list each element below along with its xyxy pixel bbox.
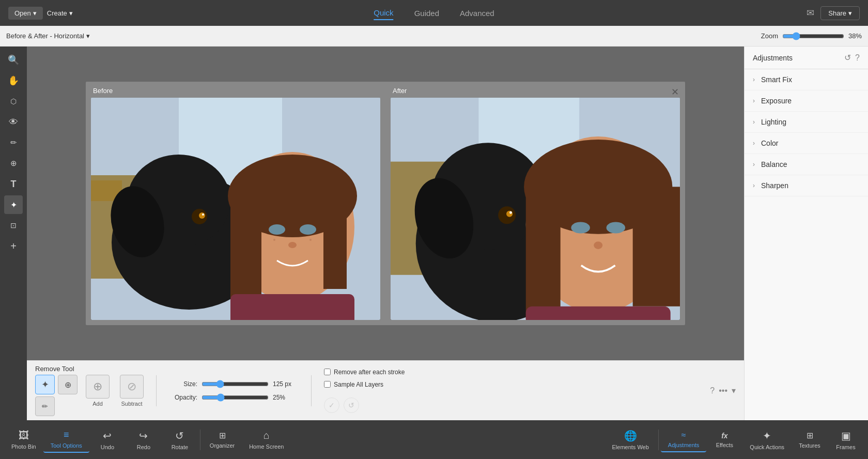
svg-point-27 (506, 211, 513, 217)
brush-alternate-btn[interactable]: ⊕ (58, 375, 78, 394)
share-chevron-icon: ▾ (848, 9, 852, 17)
svg-point-16 (288, 242, 297, 248)
brush-group: ✦ ⊕ ✏ ⊕ (35, 375, 144, 416)
adj-sharpen[interactable]: › Sharpen (745, 175, 868, 196)
remove-after-stroke-label: Remove after each stroke (334, 369, 405, 376)
main-layout: 🔍 ✋ ⬡ 👁 ✏ ⊕ T ✦ ⊡ + ✕ Before (0, 47, 868, 420)
transform-tool[interactable]: ⊡ (4, 216, 23, 235)
photo-bin-label: Photo Bin (11, 443, 36, 450)
home-screen-button[interactable]: ⌂ Home Screen (242, 426, 291, 453)
frames-button[interactable]: ▣ Frames (828, 426, 864, 453)
eraser-btn[interactable]: ✏ (35, 396, 55, 416)
zoom-slider[interactable] (782, 32, 844, 40)
smart-fix-label: Smart Fix (761, 75, 792, 84)
before-image (91, 98, 380, 320)
selection-tool[interactable]: ⬡ (4, 92, 23, 111)
tool-options-bar: Remove Tool ✦ ⊕ ✏ (27, 360, 744, 420)
rotate-icon: ↺ (175, 430, 184, 442)
open-chevron-icon: ▾ (33, 9, 37, 17)
exposure-chevron-icon: › (753, 97, 755, 104)
help-button[interactable]: ? (710, 386, 715, 395)
size-value: 125 px (273, 380, 299, 388)
tool-name: Remove Tool (35, 365, 140, 373)
effects-button[interactable]: fx Effects (706, 429, 742, 451)
visibility-tool[interactable]: 👁 (4, 113, 23, 131)
zoom-tool[interactable]: 🔍 (4, 51, 23, 69)
spot-healing-tool[interactable]: ✦ (4, 195, 23, 214)
subtract-group: ⊘ Subtract (120, 375, 144, 407)
svg-rect-12 (230, 196, 261, 299)
view-mode-label: Before & After - Horizontal (6, 32, 84, 40)
subtract-brush-btn[interactable]: ⊘ (120, 375, 144, 399)
tab-quick[interactable]: Quick (374, 6, 393, 20)
quick-actions-label: Quick Actions (750, 444, 784, 450)
adj-smart-fix[interactable]: › Smart Fix (745, 69, 868, 90)
create-button[interactable]: Create ▾ (47, 9, 73, 17)
quick-actions-button[interactable]: ✦ Quick Actions (742, 426, 792, 453)
svg-rect-36 (526, 307, 671, 320)
home-screen-icon: ⌂ (264, 430, 270, 441)
close-button[interactable]: ✕ (669, 86, 681, 98)
balance-chevron-icon: › (753, 161, 755, 168)
confirm-button[interactable]: ✓ (324, 397, 339, 413)
photo-panel: ✕ Before (86, 82, 685, 325)
more-button[interactable]: ••• (719, 386, 727, 395)
share-button[interactable]: Share ▾ (820, 6, 860, 20)
tab-advanced[interactable]: Advanced (460, 7, 494, 20)
zoom-container: Zoom 38% (761, 32, 862, 40)
sliders: Size: 125 px Opacity: 25% (169, 380, 299, 402)
elements-web-button[interactable]: 🌐 Elements Web (605, 426, 656, 453)
expand-button[interactable]: ▾ (732, 386, 736, 395)
photo-bin-button[interactable]: 🖼 Photo Bin (4, 426, 43, 453)
add-label: Add (92, 401, 103, 407)
after-panel: After (385, 82, 685, 325)
home-screen-label: Home Screen (249, 443, 284, 450)
adj-color[interactable]: › Color (745, 133, 868, 154)
brush-active-btn[interactable]: ✦ (35, 375, 55, 394)
rotate-button[interactable]: ↺ Rotate (162, 426, 198, 453)
zoom-value: 38% (848, 32, 862, 40)
size-label: Size: (169, 380, 197, 388)
hand-tool[interactable]: ✋ (4, 71, 23, 90)
tool-options-button[interactable]: ≡ Tool Options (43, 426, 89, 453)
opacity-value: 25% (273, 394, 299, 401)
view-mode-select[interactable]: Before & After - Horizontal ▾ (6, 32, 90, 40)
size-slider[interactable] (202, 380, 269, 388)
left-toolbar: 🔍 ✋ ⬡ 👁 ✏ ⊕ T ✦ ⊡ + (0, 47, 27, 420)
open-button[interactable]: Open ▾ (8, 7, 43, 20)
adjustments-help-button[interactable]: ? (855, 53, 860, 63)
redo-button[interactable]: ↪ Redo (126, 426, 162, 453)
adj-exposure[interactable]: › Exposure (745, 90, 868, 112)
tab-guided[interactable]: Guided (414, 7, 439, 20)
cancel-action-button[interactable]: ↺ (344, 397, 359, 413)
opacity-slider[interactable] (202, 393, 269, 402)
text-tool[interactable]: T (4, 175, 23, 193)
add-tool[interactable]: + (4, 237, 23, 255)
create-label: Create (47, 9, 67, 17)
add-brush-btn[interactable]: ⊕ (86, 375, 110, 399)
adj-lighting[interactable]: › Lighting (745, 112, 868, 133)
redo-label: Redo (137, 444, 150, 450)
brush-tool[interactable]: ✏ (4, 133, 23, 152)
remove-after-stroke-checkbox[interactable] (324, 369, 331, 375)
sample-all-layers-checkbox[interactable] (324, 381, 331, 388)
textures-button[interactable]: ⊞ Textures (792, 427, 828, 452)
open-label: Open (14, 9, 31, 17)
mail-icon[interactable]: ✉ (807, 7, 814, 19)
svg-point-14 (269, 224, 285, 235)
balance-label: Balance (761, 160, 787, 169)
adj-balance[interactable]: › Balance (745, 154, 868, 175)
adjustments-reset-button[interactable]: ↺ (844, 53, 851, 63)
bottom-separator-2 (658, 430, 659, 450)
effects-icon: fx (721, 432, 727, 440)
stamp-tool[interactable]: ⊕ (4, 154, 23, 173)
canvas-area: ✕ Before (27, 47, 744, 420)
top-bar: Open ▾ Create ▾ Quick Guided Advanced ✉ … (0, 0, 868, 26)
canvas-content: ✕ Before (27, 47, 744, 360)
adjustments-button[interactable]: ≈ Adjustments (661, 427, 707, 452)
organizer-button[interactable]: ⊞ Organizer (203, 427, 242, 452)
undo-button[interactable]: ↩ Undo (89, 426, 126, 453)
action-buttons: ✓ ↺ (324, 397, 405, 413)
textures-label: Textures (799, 442, 820, 449)
svg-rect-31 (526, 187, 561, 319)
